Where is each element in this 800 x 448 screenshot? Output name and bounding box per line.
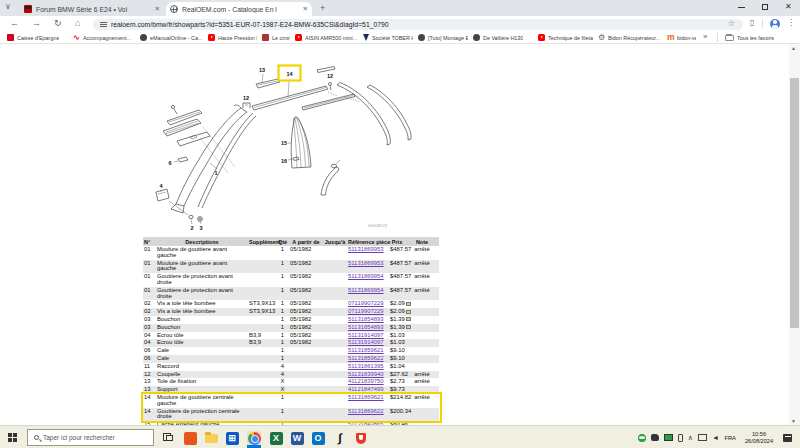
address-bar[interactable]: realoem.com/bmw/fr/showparts?id=5351-EUR…	[93, 19, 743, 30]
tray-expand-icon[interactable]: ∧	[688, 434, 693, 442]
part-reference-link[interactable]: 51131839940	[348, 371, 384, 377]
bookmark-item[interactable]: ∿Accompagnement...	[73, 33, 131, 43]
part-reference-link[interactable]: 51131914097	[348, 332, 384, 338]
cell-desc: Tole de fixation	[156, 378, 248, 386]
forward-icon[interactable]: →	[32, 17, 41, 30]
part-reference-link[interactable]: 51131869953	[348, 246, 384, 252]
taskbar-app-antivirus-shield[interactable]	[354, 431, 368, 445]
cell-sup	[248, 316, 276, 324]
cell-note	[405, 308, 439, 316]
scrollbar[interactable]: ▲ ▼	[789, 44, 800, 425]
media-player-icon	[184, 432, 197, 445]
part-reference-link[interactable]: 41121839750	[348, 378, 384, 384]
photo-icon[interactable]	[406, 317, 411, 321]
cell-to	[323, 394, 347, 408]
back-icon[interactable]: ←	[10, 17, 19, 30]
side-panel-icon[interactable]: ▯	[750, 18, 754, 27]
bookmark-all-favorites[interactable]: Tous les favoris	[725, 33, 774, 43]
clock[interactable]: 10:5626/08/2024	[745, 431, 773, 445]
part-reference-link[interactable]: 07119907229	[348, 308, 384, 314]
battery-icon[interactable]	[664, 434, 673, 441]
cell-qty: 1	[276, 347, 289, 355]
taskbar-app-excel[interactable]: X	[269, 431, 283, 445]
taskbar-app-chrome[interactable]	[247, 431, 261, 445]
cell-from	[289, 386, 323, 394]
part-reference-link[interactable]: 51131854893	[348, 324, 384, 330]
bookmark-item[interactable]: [Tuto] Montage Et P...	[418, 33, 468, 43]
tab-search-chevron-icon[interactable]: ∨	[5, 3, 11, 11]
reload-icon[interactable]: ↻	[54, 17, 62, 30]
taskbar-app-swoosh-app[interactable]: ∫	[333, 431, 347, 445]
table-row: 04Ecrou tôleB3,9105/198251131914097$1.03	[143, 332, 439, 340]
display-icon[interactable]	[698, 434, 707, 441]
part-reference-link[interactable]: 51131859621	[348, 347, 384, 353]
home-icon[interactable]: ⌂	[75, 17, 80, 30]
taskbar-app-word[interactable]: W	[290, 431, 304, 445]
scrollbar-thumb[interactable]	[790, 78, 799, 328]
bookmark-item[interactable]: De Vallière H130	[473, 33, 523, 43]
part-reference-link[interactable]: 51131869953	[348, 260, 384, 266]
task-view-button[interactable]	[163, 433, 173, 442]
language-indicator[interactable]: FRA	[724, 435, 736, 441]
photo-icon[interactable]	[406, 325, 411, 329]
part-reference-link[interactable]: 51131861395	[348, 363, 384, 369]
photo-icon[interactable]	[406, 310, 411, 314]
bookmark-item[interactable]: Le cintrage	[262, 33, 290, 43]
site-settings-icon[interactable]	[100, 21, 107, 28]
part-reference-link[interactable]: 51131869954	[348, 273, 384, 279]
taskbar-app-outlook[interactable]: O	[311, 431, 325, 445]
part-reference-link[interactable]: 51131869622	[348, 408, 384, 414]
scroll-up-icon[interactable]: ▲	[791, 45, 796, 51]
bookmark-item[interactable]: Haute Pression Foa...	[208, 33, 257, 43]
photo-icon[interactable]	[406, 302, 411, 306]
notification-center-icon[interactable]	[783, 434, 792, 442]
part-reference-link[interactable]: 41121847499	[348, 386, 384, 392]
bookmark-item[interactable]: Technique de filetag...	[538, 33, 593, 43]
bookmark-item[interactable]: eManualOnline - Ca...	[140, 33, 202, 43]
bmw-forum-favicon	[24, 5, 32, 13]
tab-forum-bmw[interactable]: Forum BMW Série 6 E24 • Voi ✕	[20, 2, 164, 16]
cell-note	[405, 363, 439, 371]
cell-price: $1.39	[389, 316, 405, 324]
scroll-down-icon[interactable]: ▼	[791, 418, 796, 424]
tab-realoem[interactable]: RealOEM.com - Catalogue En l ✕	[166, 2, 312, 16]
new-tab-button[interactable]: +	[320, 3, 325, 13]
part-reference-link[interactable]: 51131869954	[348, 287, 384, 293]
bookmark-item[interactable]: ⚙Bidon Récupérateur...	[598, 33, 660, 43]
swoosh-app-icon: ∫	[334, 432, 347, 445]
bookmark-star-icon[interactable]: ☆	[728, 19, 735, 28]
cell-price: $487.57	[389, 287, 405, 301]
volume-icon[interactable]: ◄	[712, 434, 719, 442]
part-reference-link[interactable]: 51131869621	[348, 394, 384, 400]
menu-icon[interactable]: ⋮	[787, 18, 795, 27]
tray-app-icon[interactable]	[651, 434, 659, 441]
taskbar-app-file-explorer[interactable]	[204, 431, 218, 445]
bookmark-item[interactable]: Société TOBER HELB...	[363, 33, 413, 43]
taskbar-app-microsoft-store[interactable]: ⊞	[225, 431, 239, 445]
profile-avatar[interactable]	[770, 19, 780, 29]
bookmark-item[interactable]: mbidon-verseur-5-litres	[667, 33, 696, 43]
cell-from: 05/1982	[289, 246, 323, 260]
diagram-label-4: 4	[159, 183, 163, 189]
phone-icon[interactable]	[678, 434, 683, 442]
cell-qty: 1	[276, 355, 289, 363]
taskbar-app-media-player[interactable]	[183, 431, 197, 445]
bookmark-item[interactable]: AISIN AMR500 mini...	[295, 33, 357, 43]
maximize-button[interactable]	[762, 4, 768, 10]
part-reference-link[interactable]: 51131914097	[348, 339, 384, 345]
cell-to	[323, 378, 347, 386]
tab-close-icon[interactable]: ✕	[303, 5, 308, 13]
tab-close-icon[interactable]: ✕	[155, 5, 160, 13]
part-reference-link[interactable]: 07119907229	[348, 300, 384, 306]
part-reference-link[interactable]: 51131859622	[348, 355, 384, 361]
bookmark-item[interactable]: Caisse d'Epargne	[7, 33, 59, 43]
bookmarks-overflow-icon[interactable]: »	[703, 32, 707, 41]
taskbar-search[interactable]: Taper ici pour rechercher	[27, 429, 154, 446]
cell-no: 04	[143, 332, 156, 340]
close-button[interactable]: ✕	[785, 3, 792, 11]
start-button[interactable]	[8, 433, 17, 442]
cell-ref: 07119907229	[347, 308, 389, 316]
part-reference-link[interactable]: 51131854893	[348, 316, 384, 322]
minimize-button[interactable]	[738, 7, 745, 8]
tray-network-icon[interactable]	[638, 434, 646, 442]
